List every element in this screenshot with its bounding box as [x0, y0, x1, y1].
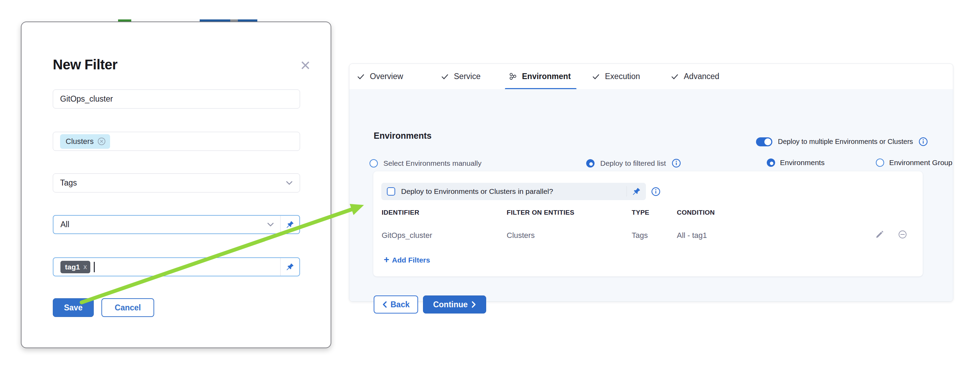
- condition-input[interactable]: tag1 x: [53, 257, 300, 276]
- cancel-button[interactable]: Cancel: [102, 298, 154, 317]
- pin-icon[interactable]: [632, 187, 641, 196]
- chevron-down-icon: [286, 181, 293, 185]
- row-identifier: GitOps_cluster: [382, 231, 432, 240]
- check-icon: [441, 73, 449, 81]
- deploy-mode-radios: Select Environments manually Deploy to f…: [369, 158, 681, 168]
- tab-advanced[interactable]: Advanced: [671, 64, 719, 89]
- radio-environment-group[interactable]: [876, 158, 884, 167]
- info-icon[interactable]: [671, 158, 681, 168]
- column-header-filter-on-entities: FILTER ON ENTITIES: [507, 209, 574, 216]
- filters-card: Deploy to Environments or Clusters in pa…: [373, 171, 923, 276]
- pipeline-stage-panel: Overview Service Environment Execution A…: [349, 63, 953, 302]
- tab-overview[interactable]: Overview: [356, 64, 403, 89]
- plus-icon: +: [384, 255, 389, 264]
- dialog-title: New Filter: [53, 57, 118, 73]
- radio-environments[interactable]: [767, 158, 775, 167]
- close-icon[interactable]: ×: [298, 56, 313, 74]
- identifier-value: GitOps_cluster: [60, 94, 113, 104]
- check-icon: [671, 73, 679, 81]
- radio-label: Environment Group: [889, 158, 952, 167]
- divider: [627, 186, 627, 196]
- condition-chip-label: tag1: [65, 263, 80, 271]
- screenshot-root: × New Filter Identifier GitOps_cluster F…: [0, 0, 980, 369]
- identifier-input[interactable]: GitOps_cluster: [53, 89, 300, 109]
- match-type-select[interactable]: All: [53, 215, 300, 234]
- entities-chip: Clusters: [60, 134, 110, 149]
- filter-on-entities-input[interactable]: Clusters: [53, 132, 300, 151]
- tab-label: Environment: [522, 72, 571, 81]
- continue-button[interactable]: Continue: [423, 296, 486, 314]
- add-filters-label: Add Filters: [392, 256, 430, 264]
- tab-label: Advanced: [684, 72, 719, 81]
- continue-label: Continue: [433, 300, 468, 309]
- environments-heading: Environments: [374, 131, 432, 141]
- check-icon: [592, 73, 600, 81]
- parallel-checkbox-label: Deploy to Environments or Clusters in pa…: [401, 187, 553, 196]
- pin-icon[interactable]: [280, 216, 299, 233]
- env-target-radios: Environments Environment Group: [767, 158, 952, 167]
- type-value: Tags: [60, 178, 77, 188]
- pin-icon[interactable]: [280, 258, 299, 276]
- back-label: Back: [391, 300, 410, 309]
- match-type-value: All: [60, 220, 70, 229]
- column-header-identifier: IDENTIFIER: [382, 209, 420, 216]
- parallel-checkbox[interactable]: [387, 187, 395, 196]
- environment-icon: [508, 72, 517, 81]
- stage-tabs: Overview Service Environment Execution A…: [349, 64, 953, 90]
- type-select[interactable]: Tags: [53, 173, 300, 192]
- tab-service[interactable]: Service: [441, 64, 480, 89]
- tab-label: Execution: [605, 72, 640, 81]
- info-icon[interactable]: [651, 187, 660, 196]
- row-type: Tags: [632, 231, 648, 240]
- radio-deploy-to-filtered-list[interactable]: [586, 159, 595, 168]
- save-button[interactable]: Save: [53, 298, 94, 317]
- column-header-condition: CONDITION: [677, 209, 715, 216]
- chip-remove-icon[interactable]: [97, 137, 106, 146]
- column-header-type: TYPE: [632, 209, 649, 216]
- deploy-multiple-toggle[interactable]: [756, 137, 772, 146]
- radio-label: Environments: [780, 158, 824, 167]
- back-button[interactable]: Back: [374, 296, 418, 314]
- remove-icon[interactable]: [898, 230, 907, 239]
- radio-label: Deploy to filtered list: [600, 159, 666, 168]
- parallel-option-bar: Deploy to Environments or Clusters in pa…: [381, 183, 646, 200]
- row-condition: All - tag1: [677, 231, 707, 240]
- new-filter-dialog: × New Filter Identifier GitOps_cluster F…: [21, 22, 331, 348]
- radio-select-environments-manually[interactable]: [369, 159, 378, 168]
- tab-execution[interactable]: Execution: [592, 64, 640, 89]
- toggle-label: Deploy to multiple Environments or Clust…: [778, 138, 913, 146]
- environment-tab-body: Environments Select Environments manuall…: [349, 89, 953, 301]
- chevron-down-icon: [267, 222, 274, 227]
- chevron-right-icon: [471, 301, 476, 308]
- info-icon[interactable]: [918, 137, 928, 146]
- edit-icon[interactable]: [875, 230, 885, 239]
- entities-chip-label: Clusters: [66, 137, 94, 146]
- condition-chip: tag1 x: [60, 261, 90, 273]
- multi-env-toggle-row: Deploy to multiple Environments or Clust…: [756, 137, 928, 146]
- chevron-left-icon: [382, 301, 387, 308]
- tab-label: Service: [454, 72, 480, 81]
- row-filter-on-entities: Clusters: [507, 231, 535, 240]
- tab-label: Overview: [370, 72, 403, 81]
- text-cursor: [94, 262, 95, 272]
- chip-remove-icon[interactable]: x: [83, 263, 87, 271]
- tab-environment[interactable]: Environment: [508, 64, 571, 89]
- add-filters-button[interactable]: + Add Filters: [384, 255, 430, 264]
- radio-label: Select Environments manually: [383, 159, 481, 168]
- check-icon: [356, 73, 365, 81]
